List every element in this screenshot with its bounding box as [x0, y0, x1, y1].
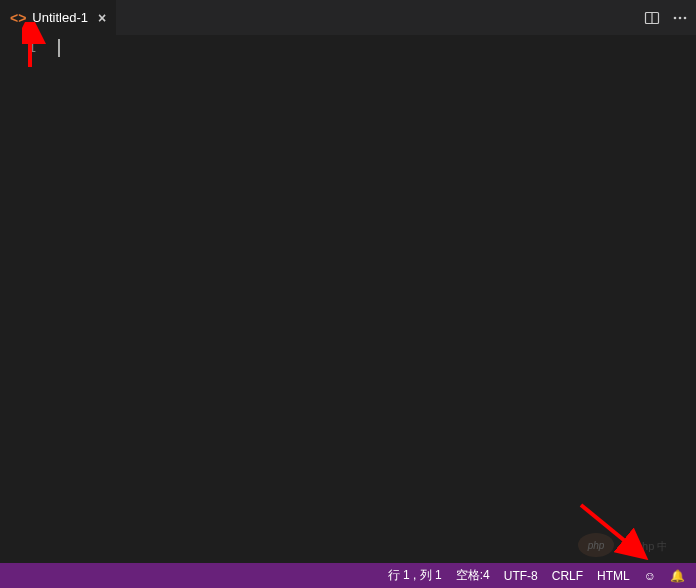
- code-content[interactable]: [50, 35, 696, 563]
- svg-point-2: [674, 16, 677, 19]
- status-indentation[interactable]: 空格:4: [449, 563, 497, 588]
- tab-untitled-1[interactable]: <> Untitled-1 ×: [0, 0, 117, 35]
- tab-bar: <> Untitled-1 ×: [0, 0, 696, 35]
- svg-point-3: [679, 16, 682, 19]
- close-tab-icon[interactable]: ×: [98, 10, 106, 26]
- text-cursor: [58, 39, 60, 57]
- editor-area[interactable]: 1: [0, 35, 696, 563]
- editor-actions: [644, 0, 696, 35]
- feedback-smile-icon[interactable]: ☺: [637, 563, 663, 588]
- tabs-container: <> Untitled-1 ×: [0, 0, 117, 35]
- status-language-mode[interactable]: HTML: [590, 563, 637, 588]
- status-cursor-position[interactable]: 行 1 , 列 1: [381, 563, 449, 588]
- status-encoding[interactable]: UTF-8: [497, 563, 545, 588]
- html-file-icon: <>: [10, 10, 26, 26]
- line-number: 1: [0, 39, 36, 58]
- tab-label: Untitled-1: [32, 10, 88, 25]
- line-number-gutter: 1: [0, 35, 50, 563]
- svg-point-4: [684, 16, 687, 19]
- split-editor-icon[interactable]: [644, 10, 660, 26]
- more-actions-icon[interactable]: [672, 10, 688, 26]
- status-bar: 行 1 , 列 1 空格:4 UTF-8 CRLF HTML ☺ 🔔: [0, 563, 696, 588]
- status-eol[interactable]: CRLF: [545, 563, 590, 588]
- notifications-bell-icon[interactable]: 🔔: [663, 563, 692, 588]
